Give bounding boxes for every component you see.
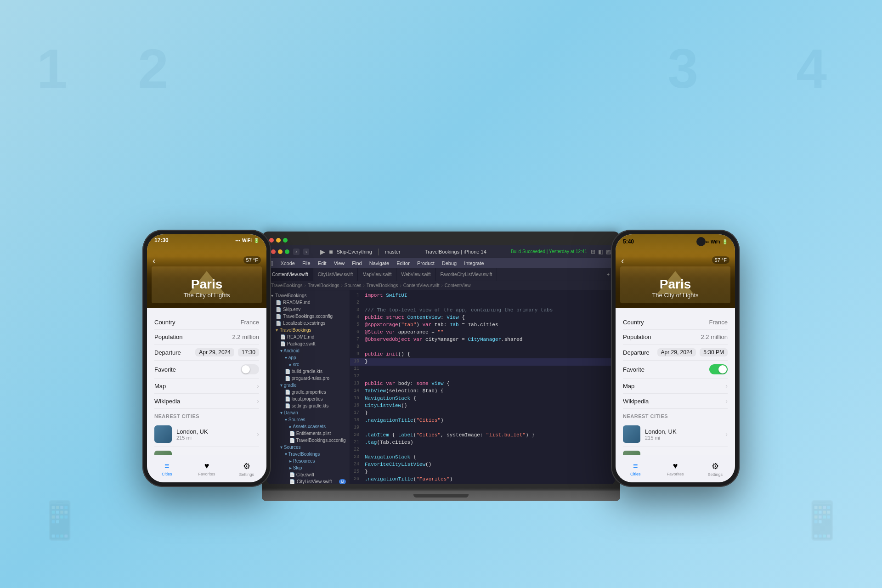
tree-sources2[interactable]: ▾ Sources	[267, 444, 350, 451]
xcode-editor[interactable]: 1 import SwiftUI 2 3 /// The top-level v…	[350, 290, 615, 484]
menu-view[interactable]: View	[334, 260, 345, 266]
wikipedia-row[interactable]: Wikipedia ›	[154, 394, 259, 409]
play-btn[interactable]: ▶	[320, 248, 325, 255]
tree-strings[interactable]: 📄 Localizable.xcstrings	[267, 320, 350, 327]
tab-webview[interactable]: WebView.swift	[396, 268, 435, 281]
right-favorites-label: Favorites	[667, 472, 684, 476]
xcode-title-area: Skip-Everything | master TravelBookings …	[337, 248, 587, 256]
tree-city[interactable]: 📄 City.swift	[267, 471, 350, 478]
tab-cities[interactable]: ≡ Cities	[147, 461, 187, 476]
xcode-close[interactable]	[271, 249, 276, 254]
tab-mapview[interactable]: MapView.swift	[358, 268, 396, 281]
city-list-item-amsterdam[interactable]: Amsterdam, Netherlands 269 mi ›	[154, 447, 259, 455]
code-line-19: 19	[350, 424, 615, 432]
tree-settingsgradle[interactable]: 📄 settings.gradle.kts	[267, 402, 350, 409]
xcode-scheme: Skip-Everything	[337, 249, 372, 254]
code-line-5: 5 @AppStorage("tab") var tab: Tab = Tab.…	[350, 322, 615, 329]
tab-contentview[interactable]: ContentView.swift	[267, 268, 313, 281]
xcode-minimize[interactable]	[278, 249, 283, 254]
tree-localprop[interactable]: 📄 local.properties	[267, 396, 350, 402]
code-line-26: 26 .navigationTitle("Favorites")	[350, 476, 615, 483]
menu-file[interactable]: File	[302, 260, 311, 266]
laptop-screen-outer: ‹ › ▶ ■ Skip-Everything | master TravelB…	[262, 232, 620, 488]
tree-app[interactable]: ▾ app	[267, 354, 350, 361]
tree-group-travel[interactable]: ▾ TravelBookings	[267, 327, 350, 334]
right-wifi-icon: WiFi	[711, 239, 720, 244]
tree-skip[interactable]: 📄 Skip.env	[267, 306, 350, 313]
menu-edit[interactable]: Edit	[318, 260, 327, 266]
menu-find[interactable]: Find	[352, 260, 362, 266]
signal-icon: ▪▪▪	[235, 238, 240, 243]
minimize-button[interactable]	[276, 238, 281, 243]
menu-xcode[interactable]: Xcode	[281, 260, 295, 266]
maximize-button[interactable]	[283, 238, 288, 243]
tree-readme2[interactable]: 📄 README.md	[267, 334, 350, 340]
tree-entitlements[interactable]: 📄 Entitlements.plist	[267, 430, 350, 437]
right-tab-favorites[interactable]: ♥ Favorites	[656, 461, 695, 476]
menu-integrate[interactable]: Integrate	[464, 260, 484, 266]
menu-editor[interactable]: Editor	[396, 260, 410, 266]
tree-package[interactable]: 📄 Package.swift	[267, 340, 350, 347]
right-favorite-toggle[interactable]	[709, 364, 728, 374]
right-departure-row: Departure Apr 29, 2024 5:30 PM	[623, 345, 728, 361]
breadcrumb-travelbookings2: TravelBookings	[308, 283, 339, 288]
right-tab-cities[interactable]: ≡ Cities	[616, 461, 656, 476]
right-population-label: Population	[623, 334, 651, 340]
xcode-breadcrumb: TravelBookings › TravelBookings › Source…	[267, 281, 615, 290]
back-btn[interactable]: ‹	[293, 249, 300, 255]
tree-darwin[interactable]: ▾ Darwin	[267, 409, 350, 416]
tree-resources[interactable]: ▸ Resources	[267, 458, 350, 464]
tree-gradleprop[interactable]: 📄 gradle.properties	[267, 389, 350, 396]
stop-btn[interactable]: ■	[329, 248, 333, 255]
xcode-maximize[interactable]	[285, 249, 289, 254]
menu-debug[interactable]: Debug	[442, 260, 457, 266]
tree-skip[interactable]: ▸ Skip	[267, 464, 350, 471]
tree-sources1[interactable]: ▾ Sources	[267, 416, 350, 423]
right-london-info: London, UK 215 mi	[645, 428, 721, 441]
tree-gradle[interactable]: ▾ gradle	[267, 382, 350, 389]
favorite-toggle[interactable]	[241, 364, 259, 374]
right-nearest-cities-header: NEAREST CITIES	[623, 413, 728, 419]
file-icon4: 📄	[276, 321, 281, 326]
tree-xcconfig1[interactable]: 📄 TravelBookings.xcconfig	[267, 313, 350, 320]
menu-navigate[interactable]: Navigate	[369, 260, 389, 266]
tab-favorites[interactable]: ♥ Favorites	[187, 461, 227, 476]
tab-settings[interactable]: ⚙ Settings	[226, 461, 266, 477]
close-button[interactable]	[269, 238, 274, 243]
tab-favoritecity[interactable]: FavoriteCityListView.swift	[436, 268, 498, 281]
tab-citylistview[interactable]: CityListView.swift	[313, 268, 358, 281]
apple-menu[interactable]: 	[271, 260, 273, 267]
right-departure-label: Departure	[623, 349, 650, 356]
right-city-amsterdam[interactable]: Amsterdam, Netherlands 269 mi ›	[623, 447, 728, 455]
right-tab-settings[interactable]: ⚙ Settings	[695, 461, 735, 477]
tree-src[interactable]: ▸ src	[267, 361, 350, 368]
tree-xcconfig2[interactable]: 📄 TravelBookings.xcconfig	[267, 437, 350, 444]
tree-android[interactable]: ▾ Android	[267, 347, 350, 354]
right-wikipedia-row[interactable]: Wikipedia ›	[623, 394, 728, 409]
split-btn[interactable]: ▨	[606, 249, 611, 255]
right-city-london[interactable]: London, UK 215 mi ›	[623, 422, 728, 447]
tree-assets[interactable]: ▸ Assets.xcassets	[267, 423, 350, 430]
forward-btn[interactable]: ›	[303, 249, 310, 255]
tree-proguard[interactable]: 📄 proguard-rules.pro	[267, 375, 350, 382]
tree-citylistview[interactable]: 📄 CityListView.swift M	[267, 478, 350, 484]
left-phone-back-btn[interactable]: ‹	[153, 255, 156, 266]
right-phone-back-btn[interactable]: ‹	[621, 255, 624, 266]
inspector-btn[interactable]: ⊞	[591, 249, 595, 255]
city-list-item-london[interactable]: London, UK 215 mi ›	[154, 422, 259, 447]
tree-readme1[interactable]: 📄 README.md	[267, 299, 350, 306]
right-favorite-label: Favorite	[623, 366, 645, 373]
tree-travelbookingsdir[interactable]: ▾ TravelBookings	[267, 451, 350, 458]
code-line-17: 17 }	[350, 410, 615, 417]
right-map-label: Map	[623, 383, 634, 390]
tree-buildgradle[interactable]: 📄 build.gradle.kts	[267, 368, 350, 375]
tree-root[interactable]: ▾ TravelBookings	[267, 292, 350, 299]
sidebar-btn[interactable]: ◧	[598, 249, 603, 255]
xcode-build-status: Build Succeeded | Yesterday at 12:41	[511, 249, 587, 254]
right-map-row[interactable]: Map ›	[623, 379, 728, 394]
menu-product[interactable]: Product	[417, 260, 435, 266]
code-line-10: 10 }	[350, 358, 615, 366]
code-line-20: 20 .tabItem { Label("Cities", systemImag…	[350, 432, 615, 439]
map-row[interactable]: Map ›	[154, 379, 259, 394]
right-phone-temp: 57 °F	[712, 256, 729, 264]
